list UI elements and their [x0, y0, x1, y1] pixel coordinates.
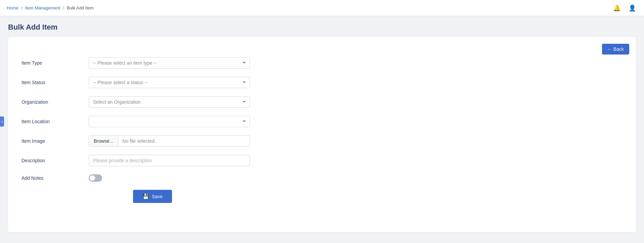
- breadcrumb: Home > Item Management > Bulk Add Item: [7, 5, 94, 10]
- description-label: Description: [22, 158, 89, 163]
- description-row: Description: [22, 155, 284, 166]
- toggle-wrapper: [89, 174, 250, 182]
- organization-label: Organization: [22, 99, 89, 105]
- sidebar-toggle-button[interactable]: ›: [0, 116, 4, 127]
- add-notes-label: Add Notes: [22, 175, 89, 181]
- organization-row: Organization Select an Organization: [22, 96, 284, 108]
- save-button-row: 💾 Save: [22, 190, 284, 203]
- item-status-control: -- Please select a status --: [89, 77, 250, 88]
- browse-button[interactable]: Browse...: [89, 136, 118, 146]
- page-title: Bulk Add Item: [8, 23, 636, 32]
- item-image-label: Item Image: [22, 138, 89, 144]
- breadcrumb-item-management[interactable]: Item Management: [25, 5, 60, 10]
- toggle-slider: [89, 174, 102, 182]
- description-control: [89, 155, 250, 166]
- item-location-control: [89, 116, 250, 127]
- item-type-select[interactable]: -- Please select an item type --: [89, 57, 250, 69]
- item-status-select[interactable]: -- Please select a status --: [89, 77, 250, 88]
- user-profile-icon[interactable]: 👤: [627, 3, 637, 13]
- organization-select[interactable]: Select an Organization: [89, 96, 250, 108]
- file-input-wrapper: Browse... No file selected.: [89, 135, 250, 147]
- save-button[interactable]: 💾 Save: [133, 190, 172, 203]
- top-nav: Home > Item Management > Bulk Add Item 🔔…: [0, 0, 644, 16]
- item-image-control: Browse... No file selected.: [89, 135, 250, 147]
- back-button[interactable]: ← Back: [602, 44, 629, 55]
- add-notes-row: Add Notes: [22, 174, 284, 182]
- breadcrumb-home[interactable]: Home: [7, 5, 18, 10]
- breadcrumb-sep1: >: [20, 5, 23, 10]
- add-notes-toggle[interactable]: [89, 174, 102, 182]
- add-notes-control: [89, 174, 250, 182]
- description-input[interactable]: [89, 155, 250, 166]
- item-location-select[interactable]: [89, 116, 250, 127]
- save-icon: 💾: [142, 193, 149, 200]
- organization-control: Select an Organization: [89, 96, 250, 108]
- nav-icons: 🔔 👤: [612, 3, 637, 13]
- form-card: ← Back Item Type -- Please select an ite…: [8, 37, 636, 232]
- item-status-label: Item Status: [22, 80, 89, 85]
- item-type-control: -- Please select an item type --: [89, 57, 250, 69]
- item-type-row: Item Type -- Please select an item type …: [22, 57, 284, 69]
- item-image-row: Item Image Browse... No file selected.: [22, 135, 284, 147]
- item-type-label: Item Type: [22, 60, 89, 66]
- page-container: Bulk Add Item ← Back Item Type -- Please…: [0, 16, 644, 239]
- item-location-label: Item Location: [22, 119, 89, 124]
- breadcrumb-sep2: >: [62, 5, 65, 10]
- item-status-row: Item Status -- Please select a status --: [22, 77, 284, 88]
- bulk-add-form: Item Type -- Please select an item type …: [22, 57, 284, 203]
- breadcrumb-current: Bulk Add Item: [67, 5, 94, 10]
- save-button-label: Save: [152, 194, 163, 199]
- notification-bell-icon[interactable]: 🔔: [612, 3, 622, 13]
- item-location-row: Item Location: [22, 116, 284, 127]
- file-name-display: No file selected.: [118, 136, 250, 146]
